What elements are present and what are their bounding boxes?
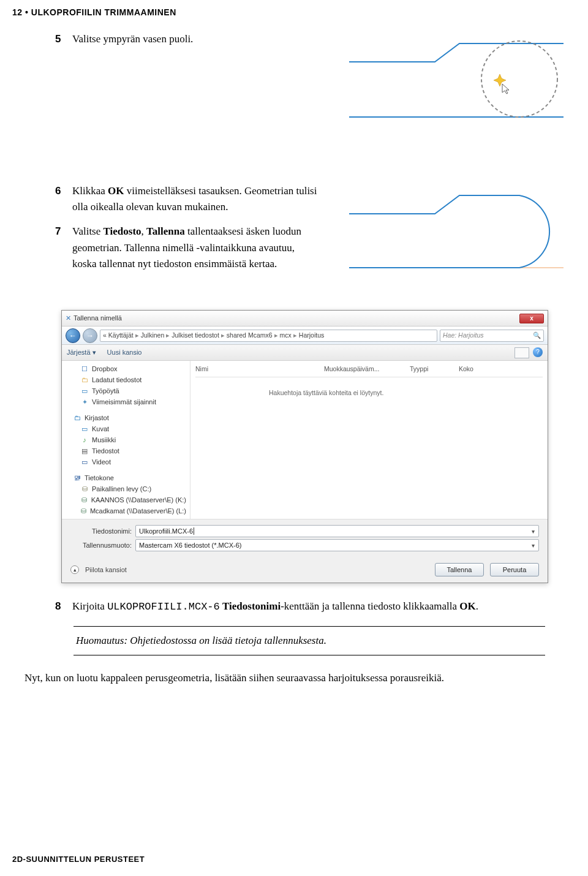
- folder-icon: ▭: [80, 458, 89, 466]
- tree-label: Musiikki: [92, 435, 116, 445]
- col-name[interactable]: Nimi: [195, 364, 324, 374]
- search-placeholder: Hae: Harjoitus: [443, 331, 484, 341]
- folder-icon: 🖳: [73, 474, 81, 482]
- nav-forward-button[interactable]: →: [83, 328, 97, 343]
- closing-paragraph: Nyt, kun on luotu kappaleen perusgeometr…: [12, 670, 570, 686]
- path-seg[interactable]: Julkinen: [141, 331, 165, 341]
- breadcrumb-path[interactable]: « Käyttäjät▸ Julkinen▸ Julkiset tiedosto…: [100, 330, 437, 342]
- folder-icon: ▭: [80, 387, 89, 395]
- tree-item[interactable]: ♪Musiikki: [62, 434, 190, 445]
- section-title: ULKOPROFIILIN TRIMMAAMINEN: [31, 7, 176, 17]
- path-seg[interactable]: shared Mcamx6: [227, 331, 273, 341]
- diagram-result-profile: [349, 183, 564, 292]
- folder-icon: ⛁: [80, 507, 87, 515]
- tree-label: KAANNOS (\\Dataserver\E) (K:): [91, 495, 186, 505]
- tree-item[interactable]: ☐Dropbox: [62, 363, 190, 374]
- step-text: Kirjoita ULKOPROFIILI.MCX-6 Tiedostonimi…: [72, 598, 478, 615]
- tree-label: Paikallinen levy (C:): [92, 484, 151, 494]
- new-folder-button[interactable]: Uusi kansio: [107, 347, 142, 358]
- step-5: 5 Valitse ympyrän vasen puoli.: [55, 31, 318, 47]
- file-list[interactable]: Nimi Muokkauspäiväm... Tyyppi Koko Hakue…: [190, 361, 548, 519]
- folder-tree[interactable]: ☐Dropbox🗀Ladatut tiedostot▭Työpöytä✦Viim…: [62, 361, 190, 519]
- tree-item[interactable]: ⛁Mcadkamat (\\Dataserver\E) (L:): [62, 505, 190, 516]
- savetype-label: Tallennusmuoto:: [70, 540, 132, 551]
- tree-label: Kirjastot: [85, 413, 109, 423]
- tree-label: Kuvat: [92, 424, 109, 434]
- svg-marker-5: [502, 84, 509, 94]
- page-number: 12: [12, 7, 23, 17]
- savetype-dropdown[interactable]: Mastercam X6 tiedostot (*.MCX-6): [135, 539, 539, 551]
- cancel-button[interactable]: Peruuta: [490, 563, 539, 576]
- header-dot: •: [25, 7, 31, 17]
- search-input[interactable]: Hae: Harjoitus 🔍: [440, 330, 544, 342]
- help-button[interactable]: ?: [533, 347, 543, 357]
- tree-label: Työpöytä: [92, 386, 119, 396]
- tree-item[interactable]: 🖳Tietokone: [62, 472, 190, 483]
- path-seg[interactable]: mcx: [280, 331, 292, 341]
- folder-icon: ▭: [80, 425, 89, 433]
- svg-marker-4: [494, 74, 506, 86]
- save-as-dialog: ✕ Tallenna nimellä x ← → « Käyttäjät▸ Ju…: [61, 310, 548, 583]
- dialog-title: Tallenna nimellä: [71, 313, 122, 323]
- note-block: Huomautus: Ohjetiedostossa on lisää tiet…: [74, 626, 545, 655]
- col-size[interactable]: Koko: [459, 364, 496, 374]
- step-number: 7: [55, 224, 72, 240]
- window-icon: ✕: [66, 313, 71, 323]
- tree-item[interactable]: 🗀Kirjastot: [62, 412, 190, 423]
- tree-label: Videot: [92, 457, 111, 467]
- view-mode-button[interactable]: [514, 347, 529, 358]
- folder-icon: ⛁: [80, 485, 89, 493]
- empty-message: Hakuehtoja täyttäviä kohteita ei löytyny…: [195, 377, 543, 398]
- tree-label: Dropbox: [92, 364, 118, 374]
- svg-point-3: [481, 41, 557, 117]
- col-type[interactable]: Tyyppi: [410, 364, 459, 374]
- step-text: Klikkaa OK viimeistelläksesi tasauksen. …: [72, 183, 318, 216]
- tree-item[interactable]: ✦Viimeisimmät sijainnit: [62, 396, 190, 407]
- filename-label: Tiedostonimi:: [70, 526, 132, 537]
- organize-button[interactable]: Järjestä ▾: [67, 347, 96, 358]
- folder-icon: 🗀: [80, 376, 89, 384]
- step-number: 6: [55, 183, 72, 199]
- tree-label: Viimeisimmät sijainnit: [92, 397, 156, 407]
- page-header: 12 • ULKOPROFIILIN TRIMMAAMINEN: [0, 6, 588, 31]
- folder-icon: 🗀: [73, 413, 81, 422]
- close-button[interactable]: x: [519, 314, 544, 323]
- col-date[interactable]: Muokkauspäiväm...: [324, 364, 410, 374]
- folder-icon: ▤: [80, 447, 89, 455]
- path-seg[interactable]: Harjoitus: [299, 331, 324, 341]
- step-text: Valitse ympyrän vasen puoli.: [72, 31, 193, 47]
- folder-icon: ☐: [80, 364, 89, 373]
- tree-label: Tietokone: [85, 473, 114, 483]
- tree-item[interactable]: ▭Kuvat: [62, 423, 190, 434]
- search-icon: 🔍: [533, 331, 541, 341]
- tree-item[interactable]: ⛁Paikallinen levy (C:): [62, 483, 190, 494]
- folder-icon: ♪: [80, 436, 89, 444]
- tree-label: Mcadkamat (\\Dataserver\E) (L:): [90, 506, 186, 516]
- nav-back-button[interactable]: ←: [66, 328, 80, 343]
- path-seg[interactable]: Julkiset tiedostot: [172, 331, 219, 341]
- step-6: 6 Klikkaa OK viimeistelläksesi tasauksen…: [55, 183, 318, 216]
- step-number: 5: [55, 31, 72, 47]
- path-seg[interactable]: «: [103, 331, 107, 341]
- folder-icon: ⛁: [80, 496, 88, 504]
- tree-item[interactable]: ▤Tiedostot: [62, 445, 190, 456]
- dialog-titlebar[interactable]: ✕ Tallenna nimellä x: [62, 311, 548, 327]
- hide-folders-link[interactable]: Piilota kansiot: [85, 565, 127, 575]
- tree-item[interactable]: ⛁KAANNOS (\\Dataserver\E) (K:): [62, 494, 190, 505]
- folder-icon: ✦: [80, 398, 89, 406]
- expand-folders-button[interactable]: ▴: [70, 565, 79, 574]
- path-seg[interactable]: Käyttäjät: [108, 331, 134, 341]
- diagram-trim-circle: [349, 31, 564, 146]
- filename-input[interactable]: Ulkoprofiili.MCX-6: [135, 525, 539, 537]
- step-number: 8: [55, 598, 72, 614]
- save-button[interactable]: Tallenna: [435, 563, 484, 576]
- tree-item[interactable]: 🗀Ladatut tiedostot: [62, 374, 190, 385]
- tree-item[interactable]: ▭Videot: [62, 456, 190, 467]
- step-7: 7 Valitse Tiedosto, Tallenna tallentaaks…: [55, 224, 318, 272]
- step-text: Valitse Tiedosto, Tallenna tallentaakses…: [72, 224, 318, 272]
- step-8: 8 Kirjoita ULKOPROFIILI.MCX-6 Tiedostoni…: [55, 598, 545, 615]
- tree-label: Ladatut tiedostot: [92, 375, 141, 385]
- tree-item[interactable]: ▭Työpöytä: [62, 385, 190, 396]
- tree-label: Tiedostot: [92, 446, 119, 456]
